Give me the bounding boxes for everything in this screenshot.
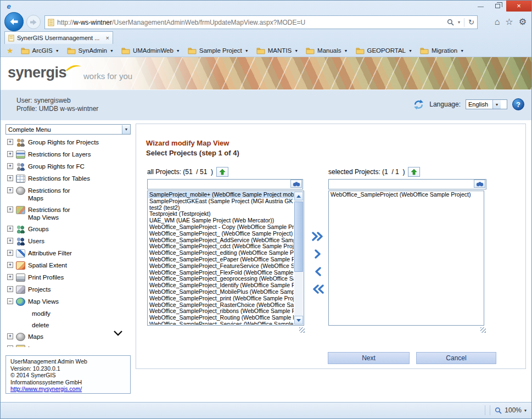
project-option[interactable]: WebOffice_SampleProject_ (WebOffice Samp…	[148, 231, 294, 237]
favorites-bar-item[interactable]: GEOPORTAL ▼	[353, 46, 417, 55]
project-option[interactable]: WebOffice_SampleProject_Identify (WebOff…	[148, 282, 294, 289]
project-option[interactable]: WebOffice_SampleProject_ribbons (WebOffi…	[148, 308, 294, 315]
tree-item[interactable]: + Attributive Filter	[5, 247, 131, 259]
project-option[interactable]: WebOffice_SampleProject_Services (WebOff…	[148, 321, 294, 325]
tree-item[interactable]: + Projects	[5, 283, 131, 295]
project-option[interactable]: WebOffice_SampleProject_geoprocessing (W…	[148, 276, 294, 282]
next-button[interactable]: Next	[328, 352, 410, 364]
favorites-bar-item[interactable]: ArcGIS ▼	[18, 46, 64, 55]
all-projects-resize-grip[interactable]	[299, 327, 305, 333]
project-option[interactable]: WebOffice_SampleProject_RasterChoice (We…	[148, 302, 294, 309]
favorites-star-icon[interactable]: ★	[7, 46, 14, 55]
selected-projects-filter-toggle-button[interactable]	[408, 167, 420, 177]
tree-item[interactable]: delete	[5, 319, 131, 331]
project-option[interactable]: SampleProjectGKEast (Sample Project (MGI…	[148, 198, 294, 205]
project-option[interactable]: WebOffice_SampleProject_FlexFold (WebOff…	[148, 270, 294, 276]
tree-item[interactable]: + Print Profiles	[5, 271, 131, 283]
project-option[interactable]: WebOffice_SampleProject_AddService (WebO…	[148, 237, 294, 244]
tree-item[interactable]: − Map Views	[5, 295, 131, 308]
expand-toggle-icon[interactable]: +	[7, 163, 13, 169]
expand-toggle-icon[interactable]: +	[7, 187, 13, 193]
selected-projects-filter-input[interactable]	[328, 179, 486, 189]
search-dropdown-icon[interactable]: ▾	[458, 20, 460, 25]
tree-item[interactable]: + Group Rights for Projects	[5, 136, 131, 148]
project-option[interactable]: test2 (test2)	[148, 205, 294, 211]
expand-toggle-icon[interactable]: −	[7, 298, 13, 304]
favorites-icon[interactable]: ☆	[505, 16, 513, 27]
forward-button[interactable]	[26, 15, 41, 29]
selected-projects-search-button[interactable]	[474, 180, 485, 188]
tree-item[interactable]: + Restrictions for Map Views	[5, 204, 131, 223]
restore-button[interactable]	[489, 0, 506, 12]
expand-toggle-icon[interactable]: +	[7, 226, 13, 232]
project-option[interactable]: WebOffice_SampleProject_cdct (WebOffice …	[148, 243, 294, 250]
all-projects-filter-input[interactable]	[147, 179, 303, 189]
project-option[interactable]: WebOffice_SampleProject_editing (WebOffi…	[148, 250, 294, 256]
tree-item[interactable]: + Maps	[5, 331, 131, 343]
home-icon[interactable]: ⌂	[495, 17, 500, 27]
favorites-bar-item[interactable]: SynAdmin ▼	[64, 46, 119, 55]
expand-toggle-icon[interactable]: +	[7, 139, 13, 145]
tree-item[interactable]: + Groups	[5, 223, 131, 235]
expand-toggle-icon[interactable]: +	[7, 274, 13, 280]
tree-item[interactable]: + Group Rights for FC	[5, 160, 131, 172]
remove-all-button[interactable]	[310, 282, 326, 295]
project-option[interactable]: UAE_WM (UAE Sample Project (Web Mercator…	[148, 217, 294, 224]
tree-item[interactable]: modify	[5, 308, 131, 319]
browser-tab[interactable]: SynerGIS Usermanagement ... ×	[4, 31, 113, 44]
all-projects-search-button[interactable]	[290, 180, 302, 188]
selected-projects-listbox[interactable]: WebOffice_SampleProject (WebOffice Sampl…	[328, 191, 484, 326]
project-option[interactable]: SampleProject_mobile+ (WebOffice Sample …	[148, 192, 294, 198]
all-projects-listbox[interactable]: SampleProject_mobile+ (WebOffice Sample …	[147, 191, 304, 326]
scroll-down-button[interactable]	[294, 316, 303, 325]
favorites-bar-item[interactable]: Migration ▼	[417, 46, 469, 55]
help-button[interactable]: ?	[512, 98, 524, 110]
back-button[interactable]	[4, 12, 24, 31]
all-projects-list[interactable]: SampleProject_mobile+ (WebOffice Sample …	[148, 192, 294, 325]
tab-close-icon[interactable]: ×	[106, 35, 109, 41]
menu-select[interactable]: Complete Menu ▼	[5, 124, 131, 135]
project-option[interactable]: WebOffice_SampleProject_Routing (WebOffi…	[148, 315, 294, 321]
tree-item[interactable]: + Layers	[5, 343, 131, 347]
project-option[interactable]: WebOffice_SampleProject_MobilePlus (WebO…	[148, 289, 294, 295]
remove-selected-button[interactable]	[310, 265, 326, 278]
address-bar[interactable]: http://w-ws-wintner/UserManagementAdminW…	[44, 15, 478, 29]
favorites-bar-item[interactable]: MANTIS ▼	[254, 46, 303, 55]
expand-toggle-icon[interactable]: +	[7, 206, 13, 213]
tree-item[interactable]: + Restrictions for Tables	[5, 172, 131, 185]
close-button[interactable]: ×	[506, 0, 531, 12]
scroll-up-button[interactable]	[294, 192, 303, 200]
all-projects-filter-toggle-button[interactable]	[216, 167, 228, 177]
tree-item[interactable]: + Restrictions for Maps	[5, 185, 131, 204]
favorites-bar-item[interactable]: Manuals ▼	[303, 46, 352, 55]
scroll-down-chevron-icon[interactable]	[113, 330, 123, 336]
refresh-icon[interactable]: ↻	[468, 18, 474, 26]
zoom-dropdown-icon[interactable]: ▾	[524, 408, 527, 413]
expand-toggle-icon[interactable]: +	[7, 345, 13, 347]
selected-projects-resize-grip[interactable]	[480, 327, 486, 333]
settings-gear-icon[interactable]: ⚙	[519, 16, 527, 27]
project-option[interactable]: WebOffice_SampleProject_print (WebOffice…	[148, 295, 294, 302]
add-selected-button[interactable]	[310, 247, 326, 260]
favorites-bar-item[interactable]: Sample Project ▼	[185, 46, 254, 55]
scrollbar-thumb[interactable]	[294, 202, 303, 272]
add-all-button[interactable]	[310, 230, 326, 243]
expand-toggle-icon[interactable]: +	[7, 175, 13, 181]
project-option[interactable]: WebOffice_SampleProject (WebOffice Sampl…	[329, 192, 483, 198]
listbox-scrollbar[interactable]	[294, 192, 303, 325]
project-option[interactable]: WebOffice_SampleProject - Copy (WebOffic…	[148, 224, 294, 231]
project-option[interactable]: Testprojekt (Testprojekt)	[148, 211, 294, 217]
url-text[interactable]: http://w-ws-wintner/UserManagementAdminW…	[57, 19, 447, 26]
synergis-website-link[interactable]: http://www.mysynergis.com/	[10, 386, 126, 393]
project-option[interactable]: WebOffice_SampleProject_FeatureService (…	[148, 263, 294, 270]
refresh-language-icon[interactable]	[413, 99, 424, 110]
expand-toggle-icon[interactable]: +	[7, 286, 13, 292]
expand-toggle-icon[interactable]: +	[7, 238, 13, 244]
cancel-button[interactable]: Cancel	[416, 352, 496, 364]
minimize-button[interactable]: —	[472, 0, 489, 12]
selected-projects-list[interactable]: WebOffice_SampleProject (WebOffice Sampl…	[329, 192, 483, 325]
expand-toggle-icon[interactable]: +	[7, 262, 13, 268]
language-select[interactable]: English ▼	[466, 99, 507, 109]
expand-toggle-icon[interactable]: +	[7, 151, 13, 157]
tree-item[interactable]: + Spatial Extent	[5, 259, 131, 271]
